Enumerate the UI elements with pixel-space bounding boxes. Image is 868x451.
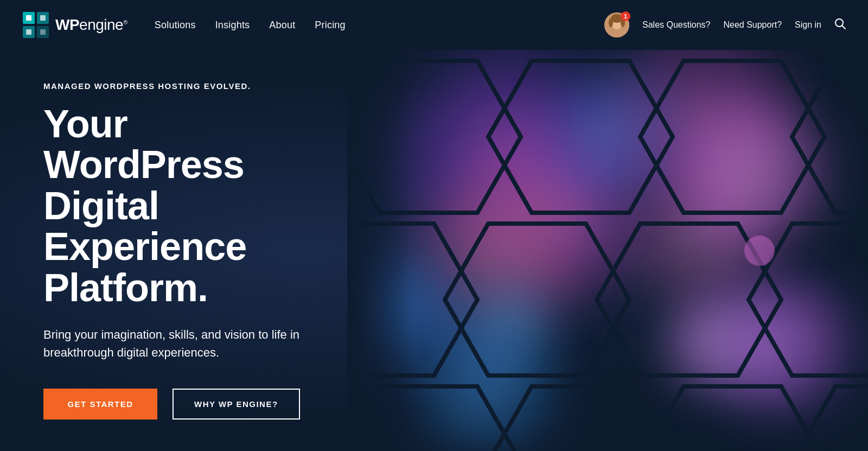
hex-grid-overlay: .hex-line { stroke: #0d1b2e; stroke-widt… <box>347 50 868 451</box>
svg-rect-5 <box>26 15 31 21</box>
hero-buttons: GET STARTED WHY WP ENGINE? <box>43 389 336 420</box>
hero-visual: .hex-line { stroke: #0d1b2e; stroke-widt… <box>347 50 868 451</box>
hero-section: .hex-line { stroke: #0d1b2e; stroke-widt… <box>0 50 868 451</box>
sign-in-link[interactable]: Sign in <box>795 20 821 30</box>
svg-line-18 <box>843 26 846 29</box>
get-started-button[interactable]: GET STARTED <box>43 389 157 420</box>
avatar[interactable]: 1 <box>604 12 629 37</box>
nav-pricing[interactable]: Pricing <box>315 20 345 31</box>
svg-marker-29 <box>640 386 825 451</box>
svg-marker-30 <box>792 386 868 451</box>
svg-marker-28 <box>488 386 673 451</box>
nav-about[interactable]: About <box>269 20 295 31</box>
nav-solutions[interactable]: Solutions <box>155 20 196 31</box>
svg-rect-16 <box>614 31 620 37</box>
hero-content: MANAGED WORDPRESS HOSTING EVOLVED. Your … <box>0 81 380 420</box>
svg-marker-20 <box>488 61 673 213</box>
header-right: 1 Sales Questions? Need Support? Sign in <box>604 12 846 37</box>
svg-rect-6 <box>40 15 46 21</box>
svg-point-32 <box>744 236 775 266</box>
main-nav: Solutions Insights About Pricing <box>155 20 346 31</box>
svg-marker-21 <box>640 61 825 213</box>
nav-insights[interactable]: Insights <box>215 20 250 31</box>
hero-title: Your WordPress Digital Experience Platfo… <box>43 104 336 309</box>
svg-rect-8 <box>40 29 46 35</box>
search-icon[interactable] <box>834 18 846 33</box>
svg-marker-22 <box>792 61 868 213</box>
notification-badge: 1 <box>621 11 630 21</box>
sales-questions-link[interactable]: Sales Questions? <box>642 20 710 30</box>
header-left: WPengine® Solutions Insights About Prici… <box>22 11 346 39</box>
logo-icon <box>22 11 50 39</box>
logo[interactable]: WPengine® <box>22 11 127 39</box>
svg-rect-7 <box>26 29 31 35</box>
svg-point-13 <box>609 18 613 27</box>
need-support-link[interactable]: Need Support? <box>723 20 782 30</box>
header: WPengine® Solutions Insights About Prici… <box>0 0 868 50</box>
why-wp-engine-button[interactable]: WHY WP ENGINE? <box>173 389 300 420</box>
svg-marker-24 <box>445 224 629 376</box>
logo-text: WPengine® <box>55 16 127 34</box>
hero-subtitle: Bring your imagination, skills, and visi… <box>43 326 336 361</box>
hero-eyebrow: MANAGED WORDPRESS HOSTING EVOLVED. <box>43 81 336 91</box>
